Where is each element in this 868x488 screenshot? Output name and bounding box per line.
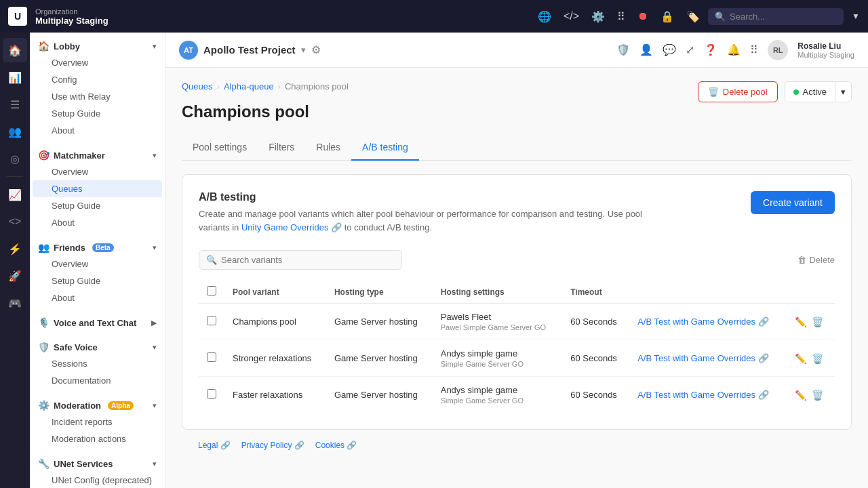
sidebar-header-friends[interactable]: 👥 Friends Beta ▾	[30, 237, 165, 256]
tag-icon[interactable]: 🏷️	[686, 10, 700, 23]
user-info: Rosalie Liu Multiplay Staging	[797, 41, 854, 59]
row-edit-icon-2[interactable]: ✏️	[795, 390, 806, 401]
voice-chevron-icon: ▶	[151, 319, 157, 327]
search-input[interactable]	[730, 12, 837, 22]
lock-icon[interactable]: 🔒	[660, 10, 674, 23]
page-header-row: Queues › Alpha-queue › Champions pool 🗑️…	[182, 81, 852, 102]
delete-selected-button[interactable]: 🗑 Delete	[797, 255, 835, 265]
sidebar-header-moderation[interactable]: ⚙️ Moderation Alpha ▾	[30, 394, 165, 413]
row-delete-icon-2[interactable]: 🗑️	[812, 390, 823, 401]
project-left: AT Apollo Test Project ▾ ⚙	[179, 41, 321, 60]
sidebar-item-matchmaker-queues[interactable]: Queues	[33, 180, 162, 197]
sidebar-item-friends-setup[interactable]: Setup Guide	[33, 272, 162, 289]
sidebar-header-safevoice[interactable]: 🛡️ Safe Voice ▾	[30, 336, 165, 355]
icon-bar-home[interactable]: 🏠	[3, 38, 27, 62]
bell-icon[interactable]: 🔔	[727, 43, 741, 56]
icon-bar-layers[interactable]: ☰	[3, 92, 27, 117]
row-ab-test-link-2[interactable]: A/B Test with Game Overrides 🔗	[637, 390, 778, 400]
row-hosting-settings-0: Pawels Fleet Pawel Simple Game Server GO	[433, 304, 562, 340]
create-variant-button[interactable]: Create variant	[751, 191, 835, 214]
row-actions-1: ✏️ 🗑️	[787, 340, 835, 377]
icon-bar-code[interactable]: <>	[3, 209, 27, 234]
sidebar-header-voice[interactable]: 🎙️ Voice and Text Chat ▶	[30, 312, 165, 331]
person-icon[interactable]: 👤	[639, 43, 653, 56]
row-delete-icon-1[interactable]: 🗑️	[812, 353, 823, 364]
status-button[interactable]: Active ▾	[785, 81, 852, 102]
sidebar-item-safevoice-docs[interactable]: Documentation	[33, 372, 162, 389]
search-variants-input[interactable]	[221, 255, 395, 265]
dropdown-icon[interactable]: ▼	[852, 12, 860, 21]
tab-pool-settings[interactable]: Pool settings	[182, 135, 258, 161]
message-icon[interactable]: 💬	[663, 43, 676, 56]
row-select-1[interactable]	[207, 352, 216, 362]
sidebar-header-matchmaker[interactable]: 🎯 Matchmaker ▾	[30, 144, 165, 163]
sidebar-item-lobby-relay[interactable]: Use with Relay	[33, 88, 162, 105]
row-select-0[interactable]	[207, 316, 216, 325]
row-timeout-2: 60 Seconds	[562, 377, 629, 413]
apps-icon[interactable]: ⠿	[750, 43, 758, 56]
icon-bar-bar-chart[interactable]: 📈	[3, 182, 27, 207]
row-checkbox-1	[199, 340, 224, 377]
sidebar-item-lobby-setup[interactable]: Setup Guide	[33, 105, 162, 122]
project-settings-icon[interactable]: ⚙	[311, 43, 321, 56]
sidebar-item-safevoice-sessions[interactable]: Sessions	[33, 355, 162, 372]
sidebar-item-moderation-actions[interactable]: Moderation actions	[33, 430, 162, 447]
sidebar-item-friends-overview[interactable]: Overview	[33, 256, 162, 272]
sidebar-item-lobby-config[interactable]: Config	[33, 71, 162, 88]
delete-pool-button[interactable]: 🗑️ Delete pool	[698, 81, 778, 102]
sidebar-item-matchmaker-about[interactable]: About	[33, 214, 162, 231]
sidebar-item-moderation-incidents[interactable]: Incident reports	[33, 413, 162, 430]
sidebar-item-matchmaker-setup[interactable]: Setup Guide	[33, 197, 162, 214]
sidebar-item-unet-config[interactable]: UNet Config (deprecated)	[33, 472, 162, 488]
sidebar-item-friends-about[interactable]: About	[33, 289, 162, 306]
safevoice-icon: 🛡️	[38, 342, 50, 352]
row-edit-icon-1[interactable]: ✏️	[795, 353, 806, 364]
breadcrumb-alpha-queue[interactable]: Alpha-queue	[224, 81, 274, 92]
icon-bar-circle[interactable]: ◎	[3, 146, 27, 171]
variants-search[interactable]: 🔍	[199, 250, 402, 270]
row-delete-icon-0[interactable]: 🗑️	[812, 317, 823, 327]
expand-icon[interactable]: ⤢	[686, 43, 694, 56]
row-timeout-1: 60 Seconds	[562, 340, 629, 377]
unity-game-overrides-link[interactable]: Unity Game Overrides 🔗	[241, 222, 342, 232]
th-checkbox	[199, 281, 224, 304]
footer-legal[interactable]: Legal 🔗	[198, 441, 231, 450]
settings-icon[interactable]: ⚙️	[591, 10, 605, 23]
global-search[interactable]: 🔍	[708, 8, 844, 25]
icon-bar-bolt[interactable]: ⚡	[3, 237, 27, 261]
icon-bar-users[interactable]: 👥	[3, 119, 27, 144]
code-icon[interactable]: </>	[564, 10, 579, 22]
footer-cookies[interactable]: Cookies 🔗	[315, 441, 357, 450]
row-ab-test-link-1[interactable]: A/B Test with Game Overrides 🔗	[637, 353, 778, 363]
th-hosting-type: Hosting type	[326, 281, 433, 304]
footer-privacy[interactable]: Privacy Policy 🔗	[241, 441, 304, 450]
sidebar-item-lobby-about[interactable]: About	[33, 122, 162, 139]
icon-bar-rocket[interactable]: 🚀	[3, 264, 27, 288]
row-ab-test-link-0[interactable]: A/B Test with Game Overrides 🔗	[637, 317, 778, 327]
icon-bar-dashboard[interactable]: 📊	[3, 65, 27, 89]
sidebar-header-lobby[interactable]: 🏠 Lobby ▾	[30, 35, 165, 54]
project-dropdown-icon[interactable]: ▾	[301, 45, 306, 55]
sidebar-section-matchmaker: 🎯 Matchmaker ▾ Overview Queues Setup Gui…	[30, 142, 165, 234]
icon-bar-game[interactable]: 🎮	[3, 291, 27, 315]
shield-icon[interactable]: 🛡️	[616, 43, 630, 56]
globe-icon[interactable]: 🌐	[538, 10, 551, 23]
sidebar-item-lobby-overview[interactable]: Overview	[33, 54, 162, 71]
row-edit-icon-0[interactable]: ✏️	[795, 317, 806, 327]
tab-rules[interactable]: Rules	[305, 135, 351, 161]
breadcrumb-current: Champions pool	[285, 81, 349, 92]
record-icon[interactable]: ⏺	[637, 10, 648, 22]
app-logo: U	[8, 7, 27, 26]
status-dropdown-icon[interactable]: ▾	[835, 82, 851, 102]
sidebar-header-unet[interactable]: 🔧 UNet Services ▾	[30, 453, 165, 472]
sidebar-section-moderation: ⚙️ Moderation Alpha ▾ Incident reports M…	[30, 392, 165, 450]
row-select-2[interactable]	[207, 389, 216, 399]
sidebar-item-matchmaker-overview[interactable]: Overview	[33, 163, 162, 180]
breadcrumb-queues[interactable]: Queues	[182, 81, 213, 92]
row-link-0: A/B Test with Game Overrides 🔗	[629, 304, 787, 340]
select-all-checkbox[interactable]	[207, 286, 216, 296]
tab-filters[interactable]: Filters	[258, 135, 305, 161]
grid-icon[interactable]: ⠿	[617, 10, 625, 23]
tab-ab-testing[interactable]: A/B testing	[351, 135, 419, 161]
help-icon[interactable]: ❓	[704, 43, 717, 56]
